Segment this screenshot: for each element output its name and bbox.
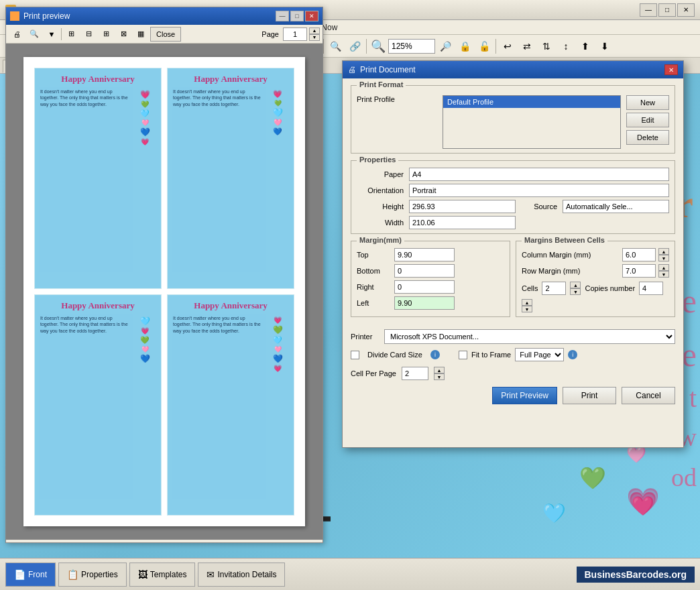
front-button[interactable]: ⬆ [576, 38, 595, 55]
print-preview-button[interactable]: Print Preview [492, 387, 557, 404]
page-down[interactable]: ▼ [309, 34, 320, 41]
card-body-2: It doesn't matter where you end up toget… [172, 87, 266, 272]
undo-button[interactable]: ↩ [498, 38, 517, 55]
print-button[interactable]: Print [563, 387, 616, 404]
fit-frame-select[interactable]: Full Page [515, 348, 564, 361]
close-button[interactable]: ✕ [677, 3, 695, 17]
row-margin-up[interactable]: ▲ [658, 264, 669, 271]
unlock-button[interactable]: 🔓 [475, 38, 493, 55]
pp-view3[interactable]: ⊞ [98, 27, 114, 42]
margin-title: Margin(mm) [357, 236, 404, 244]
card-content-3: It doesn't matter where you end up toget… [39, 314, 157, 499]
print-format-content: Print Profile Default Profile New Edit D… [357, 95, 669, 149]
pp-dropdown[interactable]: ▼ [44, 27, 60, 42]
pd-close-btn[interactable]: ✕ [664, 64, 678, 75]
properties-title: Properties [357, 156, 398, 164]
row-margin-label: Row Margin (mm) [522, 267, 620, 275]
pp-close-button[interactable]: Close [150, 27, 181, 42]
cell-page-input[interactable] [402, 367, 428, 380]
pp-close[interactable]: ✕ [305, 11, 318, 21]
tab-templates[interactable]: 🖼 Templates [129, 563, 196, 587]
tab-properties[interactable]: 📋 Properties [58, 563, 127, 587]
cells-down[interactable]: ▼ [570, 288, 581, 295]
pp-sep [61, 28, 62, 40]
zoom-in-button[interactable]: 🔍 [369, 38, 388, 55]
page-label: Page [261, 30, 279, 38]
profile-item-default[interactable]: Default Profile [443, 96, 620, 108]
pp-view2[interactable]: ⊟ [80, 27, 97, 42]
fit-frame-label: Fit to Frame [471, 351, 511, 359]
cancel-button[interactable]: Cancel [622, 387, 675, 404]
col-margin-down[interactable]: ▼ [658, 255, 669, 261]
link-button[interactable]: 🔗 [345, 38, 364, 55]
card-hearts-2: 💗 💚 🩵 🩷 💙 [266, 87, 290, 272]
zoom-display: 125% [388, 39, 435, 54]
tab-invitation[interactable]: ✉ Invitation Details [198, 563, 285, 587]
col-margin-input[interactable] [622, 248, 656, 261]
cell-page-up[interactable]: ▲ [434, 367, 445, 373]
bottom-input[interactable] [394, 264, 455, 278]
page-up[interactable]: ▲ [309, 27, 320, 34]
card-title-1: Happy Anniversary [61, 74, 134, 84]
pp-view4[interactable]: ⊠ [115, 27, 131, 42]
copies-input[interactable] [639, 282, 663, 295]
new-profile-button[interactable]: New [626, 95, 669, 110]
pp-print-btn[interactable]: 🖨 [9, 27, 25, 42]
page-input[interactable] [283, 27, 307, 41]
pp-title-bar: Print preview — □ ✕ [6, 7, 323, 25]
fit-frame-group: Fit to Frame Full Page i [459, 348, 577, 361]
paper-input[interactable] [409, 168, 669, 181]
rotate-button[interactable]: ↕ [557, 38, 575, 55]
pp-paper: Happy Anniversary It doesn't matter wher… [23, 57, 305, 526]
goto-button[interactable]: 🔍 [326, 38, 345, 55]
back-button[interactable]: ⬇ [595, 38, 614, 55]
tab-front[interactable]: 📄 Front [5, 563, 56, 587]
divide-info-icon[interactable]: i [430, 350, 440, 359]
lock-button[interactable]: 🔒 [455, 38, 474, 55]
pp-minimize[interactable]: — [276, 11, 289, 21]
flip-h-button[interactable]: ⇄ [518, 38, 536, 55]
divide-fit-row: Divide Card Size i Fit to Frame Full Pag… [351, 348, 675, 361]
width-input[interactable] [409, 216, 516, 229]
cells-input[interactable] [542, 282, 566, 295]
sep4 [366, 39, 367, 54]
profile-list[interactable]: Default Profile [443, 95, 621, 149]
left-input[interactable] [394, 296, 455, 310]
copies-up[interactable]: ▲ [522, 299, 532, 306]
pp-view5[interactable]: ▦ [133, 27, 149, 42]
pp-window-controls: — □ ✕ [276, 11, 318, 21]
minimize-button[interactable]: — [640, 3, 657, 17]
divide-checkbox[interactable] [351, 351, 359, 359]
fit-frame-info-icon[interactable]: i [568, 350, 577, 359]
edit-profile-button[interactable]: Edit [626, 113, 669, 127]
margin-grid: Top Bottom Right Left [357, 248, 504, 310]
fit-frame-checkbox[interactable] [459, 351, 467, 359]
pp-view1[interactable]: ⊞ [63, 27, 79, 42]
orientation-input[interactable] [409, 184, 669, 197]
right-input[interactable] [394, 280, 455, 294]
zoom-out-button[interactable]: 🔎 [436, 38, 455, 55]
pp-maximize[interactable]: □ [290, 11, 304, 21]
row-margin-down[interactable]: ▼ [658, 271, 669, 278]
printer-select[interactable]: Microsoft XPS Document... [384, 329, 675, 344]
pp-zoom-btn[interactable]: 🔍 [26, 27, 42, 42]
flip-v-button[interactable]: ⇅ [537, 38, 556, 55]
col-margin-up[interactable]: ▲ [658, 248, 669, 255]
profile-label-col: Print Profile [357, 95, 437, 103]
cell-page-down[interactable]: ▼ [434, 373, 445, 380]
delete-profile-button[interactable]: Delete [626, 130, 669, 145]
card-title-3: Happy Anniversary [61, 300, 134, 311]
copies-down[interactable]: ▼ [522, 306, 532, 312]
cells-copies-row: Cells ▲ ▼ Copies number ▲ ▼ [522, 282, 669, 312]
maximize-button[interactable]: □ [658, 3, 676, 17]
divide-label: Divide Card Size [367, 351, 422, 359]
row-margin-input[interactable] [622, 264, 656, 278]
heart1: 💗 [626, 486, 660, 518]
cell-page-label: Cell Per Page [351, 369, 396, 377]
card-title-4: Happy Anniversary [194, 300, 267, 311]
source-input[interactable] [563, 200, 669, 213]
cells-up[interactable]: ▲ [570, 282, 581, 288]
height-input[interactable] [409, 200, 516, 213]
top-input[interactable] [394, 248, 455, 261]
card-content-4: It doesn't matter where you end up toget… [172, 314, 290, 499]
